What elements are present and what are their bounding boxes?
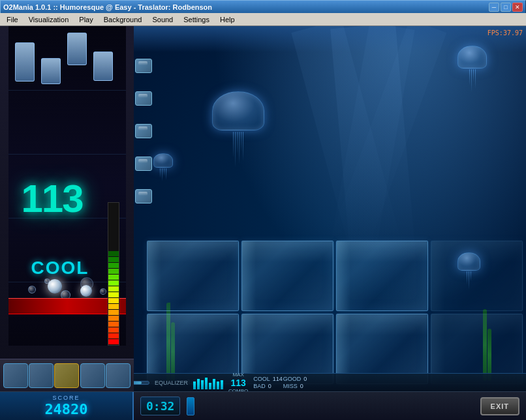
stat-miss-label: MISS xyxy=(283,383,298,389)
key-area xyxy=(0,359,134,391)
stat-miss-val: 0 xyxy=(300,383,303,389)
key-slot-3[interactable] xyxy=(54,363,79,388)
eq-label: EQUALIZER xyxy=(155,380,188,386)
stat-good-val: 0 xyxy=(303,376,307,382)
vu-bar xyxy=(108,251,119,256)
vu-bar xyxy=(108,292,119,297)
main-background: FPS:37.97 JAM xyxy=(134,26,526,420)
glass-block-3 xyxy=(336,241,428,311)
menu-bar: FileVisualizationPlayBackgroundSoundSett… xyxy=(0,13,526,26)
close-button[interactable]: ✕ xyxy=(512,3,523,12)
eq-bar xyxy=(221,380,223,389)
score-bar: SCORE 24820 xyxy=(0,392,134,421)
eq-bar xyxy=(197,379,200,389)
eq-bar xyxy=(205,378,208,389)
max-combo-value: 113 xyxy=(230,378,245,388)
key-slot-1[interactable] xyxy=(3,363,28,388)
jellyfish-top-right xyxy=(457,46,487,92)
maximize-button[interactable]: □ xyxy=(501,3,511,12)
vu-bar xyxy=(108,298,119,303)
stat-bad-val: 0 xyxy=(268,383,271,389)
window-title: O2Mania 1.0.1 :: Humoresque @ Easy - Tra… xyxy=(3,3,212,11)
stat-bad: BAD 0 xyxy=(253,383,283,389)
score-display: 113 xyxy=(22,176,83,221)
key-buttons xyxy=(135,59,152,203)
key-slot-4[interactable] xyxy=(80,363,105,388)
key-button-5[interactable] xyxy=(135,189,152,203)
fps-counter: FPS:37.97 xyxy=(487,29,523,37)
vu-bar xyxy=(108,286,119,292)
bottom-controls: 0:32 EXIT xyxy=(134,392,526,421)
vu-bar xyxy=(108,304,119,309)
vu-bar xyxy=(108,339,119,344)
menu-item-help[interactable]: Help xyxy=(215,14,240,25)
eq-bar xyxy=(201,380,204,389)
stat-cool-label: COOL xyxy=(253,376,270,382)
vu-bar xyxy=(108,257,119,262)
glass-block-1 xyxy=(147,241,239,311)
glass-block-2 xyxy=(241,241,333,311)
level-meter-icon xyxy=(187,397,194,415)
vu-bar xyxy=(108,275,119,280)
vu-bar xyxy=(108,269,119,274)
key-button-2[interactable] xyxy=(135,91,152,106)
menu-item-play[interactable]: Play xyxy=(74,14,98,25)
vu-bar xyxy=(108,333,119,338)
key-button-1[interactable] xyxy=(135,59,152,73)
menu-item-settings[interactable]: Settings xyxy=(178,14,215,25)
stats-grid: COOL 114 GOOD 0 BAD 0 MISS 0 xyxy=(253,376,312,389)
key-slot-2[interactable] xyxy=(29,363,54,388)
glass-blocks xyxy=(147,241,523,384)
vu-bar xyxy=(108,310,119,315)
status-bar: SCORE 24820 0:32 EXIT xyxy=(0,391,526,420)
eq-bar xyxy=(193,382,196,389)
vu-bar xyxy=(108,263,119,268)
menu-item-background[interactable]: Background xyxy=(99,14,147,25)
jellyfish-small-left xyxy=(153,153,173,181)
vu-bar xyxy=(108,280,119,286)
stat-cool: COOL 114 xyxy=(253,376,283,382)
exit-button[interactable]: EXIT xyxy=(480,397,519,415)
score-value: 24820 xyxy=(44,401,87,417)
max-label: MAX xyxy=(232,372,243,378)
score-label: SCORE xyxy=(52,395,80,401)
stat-cool-val: 114 xyxy=(273,376,283,382)
menu-item-file[interactable]: File xyxy=(1,14,23,25)
menu-item-sound[interactable]: Sound xyxy=(147,14,178,25)
vu-bar xyxy=(108,327,119,333)
eq-bar xyxy=(209,383,211,389)
eq-bar xyxy=(213,379,215,389)
vu-bar xyxy=(108,316,119,321)
stat-bad-label: BAD xyxy=(253,383,266,389)
vu-meter xyxy=(108,202,119,346)
key-button-3[interactable] xyxy=(135,124,152,138)
timer-display: 0:32 xyxy=(140,397,180,415)
minimize-button[interactable]: ─ xyxy=(489,3,499,12)
stat-good: GOOD 0 xyxy=(283,376,313,382)
glass-block-4 xyxy=(431,241,523,311)
title-bar: O2Mania 1.0.1 :: Humoresque @ Easy - Tra… xyxy=(0,0,526,13)
window-controls: ─ □ ✕ xyxy=(489,3,523,12)
menu-item-visualization[interactable]: Visualization xyxy=(23,14,74,25)
rating-text: COOL xyxy=(31,258,89,278)
game-area: 113 COOL xyxy=(0,26,526,420)
key-button-4[interactable] xyxy=(135,157,152,171)
eq-bars xyxy=(193,376,223,389)
eq-bar xyxy=(217,382,219,389)
stat-miss: MISS 0 xyxy=(283,383,313,389)
max-combo-display: MAX 113 COMBO xyxy=(228,372,248,394)
vu-bar xyxy=(108,322,119,327)
jellyfish-large xyxy=(212,91,264,168)
left-panel: 113 COOL xyxy=(0,26,134,391)
key-slot-5[interactable] xyxy=(106,363,131,388)
stat-good-label: GOOD xyxy=(283,376,302,382)
